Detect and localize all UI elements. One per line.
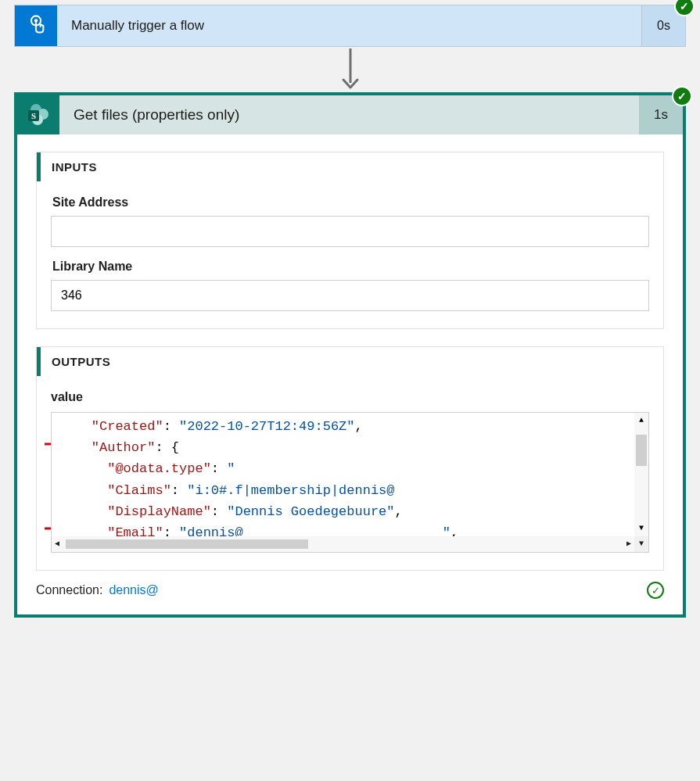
vscroll-thumb[interactable] xyxy=(636,435,647,466)
inputs-panel: INPUTS Site Address Library Name xyxy=(36,152,664,329)
outputs-value-label: value xyxy=(51,390,649,404)
svg-text:S: S xyxy=(31,111,36,120)
action-title: Get files (properties only) xyxy=(59,95,639,134)
success-badge-icon: ✓ xyxy=(672,86,692,106)
scroll-right-icon[interactable]: ▶ xyxy=(623,536,634,553)
library-name-label: Library Name xyxy=(52,260,648,274)
json-output-box[interactable]: "Created": "2022-10-27T12:49:56Z", "Auth… xyxy=(51,412,649,553)
outputs-panel-title: OUTPUTS xyxy=(37,347,663,376)
connection-ok-icon: ✓ xyxy=(647,582,664,599)
scroll-corner: ▼ xyxy=(634,536,648,552)
hscroll-thumb[interactable] xyxy=(66,539,308,549)
json-viewport: "Created": "2022-10-27T12:49:56Z", "Auth… xyxy=(52,413,648,552)
outputs-panel: OUTPUTS value "Created": "2022-10-27T12:… xyxy=(36,346,664,571)
trigger-title: Manually trigger a flow xyxy=(57,5,641,46)
inputs-panel-title: INPUTS xyxy=(37,152,663,181)
json-created: 2022-10-27T12:49:56Z xyxy=(187,419,346,434)
vertical-scrollbar[interactable]: ▲ ▼ xyxy=(634,413,648,536)
scroll-down-icon[interactable]: ▼ xyxy=(637,521,646,536)
trigger-card[interactable]: Manually trigger a flow 0s ✓ xyxy=(14,5,686,47)
site-address-input[interactable] xyxy=(51,216,649,247)
flow-connector xyxy=(5,47,695,92)
action-card[interactable]: ✓ S Get files (properties only) 1s INPUT… xyxy=(14,92,686,618)
connection-label: Connection: xyxy=(36,583,102,597)
connection-account-link[interactable]: dennis@ xyxy=(109,583,158,597)
scroll-left-icon[interactable]: ◀ xyxy=(52,536,63,553)
json-displayname: Dennis Goedegebuure xyxy=(235,504,386,519)
sharepoint-icon: S xyxy=(17,95,59,134)
horizontal-scrollbar[interactable]: ◀ ▶ xyxy=(52,536,634,552)
site-address-label: Site Address xyxy=(52,195,648,210)
action-header[interactable]: S Get files (properties only) 1s xyxy=(17,95,683,134)
scroll-up-icon[interactable]: ▲ xyxy=(637,413,646,428)
touch-icon xyxy=(15,5,57,46)
json-claims: i:0#.f|membership|dennis@ xyxy=(195,483,394,498)
library-name-input[interactable] xyxy=(51,280,649,311)
connection-row: Connection: dennis@ ✓ xyxy=(36,571,664,599)
success-badge-icon: ✓ xyxy=(674,0,695,16)
